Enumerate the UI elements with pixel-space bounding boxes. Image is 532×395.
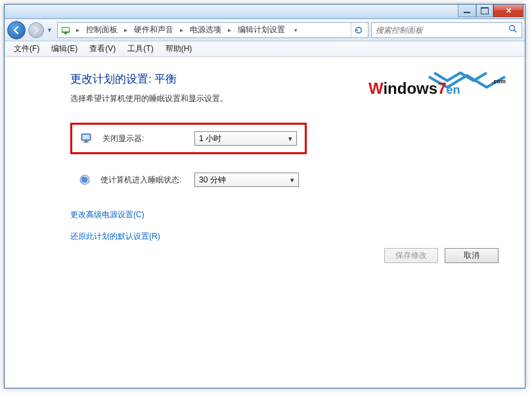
- back-button[interactable]: [7, 21, 26, 39]
- watermark-logo: Windows7en .com: [368, 69, 513, 100]
- minimize-button[interactable]: [458, 5, 476, 17]
- breadcrumb-separator: ▸: [123, 26, 129, 33]
- svg-line-4: [514, 30, 517, 33]
- svg-rect-9: [85, 140, 87, 142]
- address-dropdown[interactable]: ▾: [290, 27, 301, 33]
- setting-sleep: 使计算机进入睡眠状态: 30 分钟: [70, 166, 307, 194]
- cancel-button[interactable]: 取消: [445, 248, 499, 263]
- monitor-icon: [80, 132, 93, 145]
- menu-view[interactable]: 查看(V): [84, 41, 121, 56]
- select-value: 30 分钟: [199, 175, 226, 186]
- breadcrumb-item[interactable]: 控制面板: [85, 23, 119, 37]
- breadcrumb-item[interactable]: 电源选项: [188, 23, 223, 37]
- control-panel-icon: [60, 25, 71, 35]
- window-titlebar: [5, 5, 525, 19]
- menu-tools[interactable]: 工具(T): [122, 41, 158, 56]
- menu-file[interactable]: 文件(F): [9, 41, 45, 56]
- navigation-bar: ▼ ▸ 控制面板 ▸ 硬件和声音 ▸ 电源选项 ▸ 编辑计划设置 ▾: [5, 19, 525, 41]
- close-button[interactable]: [493, 5, 523, 17]
- window-controls: [458, 5, 525, 18]
- restore-defaults-link[interactable]: 还原此计划的默认设置(R): [70, 231, 499, 242]
- svg-rect-1: [62, 28, 69, 31]
- svg-text:.com: .com: [492, 78, 506, 85]
- svg-rect-10: [83, 142, 89, 143]
- sleep-icon: [78, 173, 91, 186]
- advanced-settings-link[interactable]: 更改高级电源设置(C): [70, 209, 499, 220]
- menu-edit[interactable]: 编辑(E): [46, 41, 83, 56]
- links-section: 更改高级电源设置(C) 还原此计划的默认设置(R): [70, 209, 499, 242]
- breadcrumb-separator: ▸: [179, 26, 185, 33]
- content-area: Windows7en .com 更改计划的设置: 平衡 选择希望计算机使用的睡眠…: [5, 57, 525, 388]
- maximize-button[interactable]: [476, 5, 493, 17]
- forward-button[interactable]: [28, 22, 44, 38]
- menu-bar: 文件(F) 编辑(E) 查看(V) 工具(T) 帮助(H): [5, 41, 525, 57]
- search-box[interactable]: [371, 22, 522, 38]
- search-icon[interactable]: [508, 24, 518, 35]
- nav-history-dropdown[interactable]: ▼: [47, 27, 55, 33]
- svg-point-3: [510, 26, 515, 31]
- setting-display-off: 关闭显示器: 1 小时: [70, 123, 307, 154]
- svg-rect-2: [64, 33, 67, 34]
- button-bar: 保存修改 取消: [384, 248, 499, 263]
- control-panel-window: ▼ ▸ 控制面板 ▸ 硬件和声音 ▸ 电源选项 ▸ 编辑计划设置 ▾ 文件: [4, 4, 525, 388]
- svg-text:Windows7en: Windows7en: [368, 79, 460, 97]
- svg-rect-8: [83, 135, 90, 140]
- breadcrumb-separator: ▸: [75, 26, 81, 33]
- breadcrumb-separator: ▸: [227, 26, 233, 33]
- select-value: 1 小时: [199, 133, 221, 144]
- breadcrumb-item[interactable]: 硬件和声音: [133, 23, 175, 37]
- save-button[interactable]: 保存修改: [384, 248, 438, 263]
- sleep-select[interactable]: 30 分钟: [194, 173, 299, 187]
- setting-label: 使计算机进入睡眠状态:: [100, 175, 185, 186]
- display-off-select[interactable]: 1 小时: [194, 131, 297, 146]
- breadcrumb-item[interactable]: 编辑计划设置: [236, 23, 286, 37]
- refresh-button[interactable]: [351, 23, 365, 37]
- address-bar[interactable]: ▸ 控制面板 ▸ 硬件和声音 ▸ 电源选项 ▸ 编辑计划设置 ▾: [57, 22, 368, 38]
- setting-label: 关闭显示器:: [102, 133, 185, 144]
- search-input[interactable]: [376, 26, 508, 35]
- menu-help[interactable]: 帮助(H): [160, 41, 198, 56]
